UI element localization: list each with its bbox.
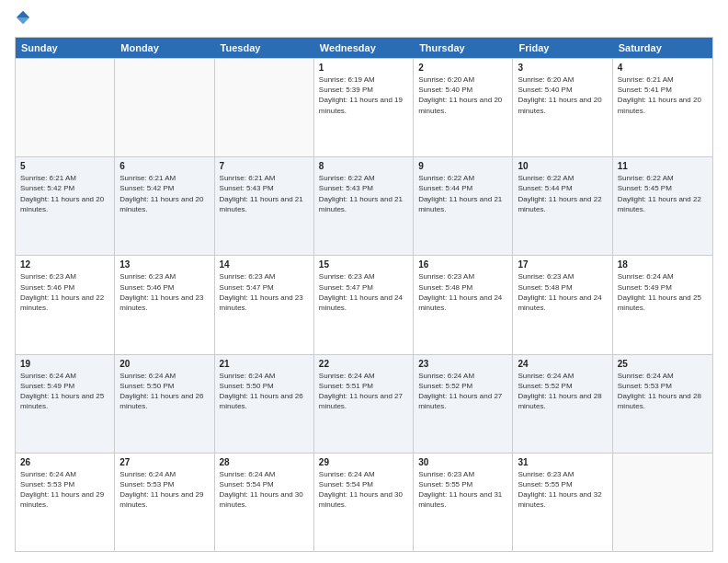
day-info: Sunrise: 6:23 AM Sunset: 5:48 PM Dayligh… (518, 271, 607, 313)
day-number: 21 (220, 359, 309, 369)
day-number: 2 (418, 63, 507, 73)
day-info: Sunrise: 6:21 AM Sunset: 5:42 PM Dayligh… (119, 173, 209, 214)
header-monday: Monday (115, 38, 214, 58)
calendar-cell: 1Sunrise: 6:19 AM Sunset: 5:39 PM Daylig… (314, 59, 414, 156)
header (15, 11, 713, 29)
day-number: 9 (418, 161, 507, 171)
day-number: 23 (418, 359, 507, 369)
calendar-cell: 28Sunrise: 6:24 AM Sunset: 5:54 PM Dayli… (215, 454, 314, 551)
header-tuesday: Tuesday (215, 38, 314, 58)
day-info: Sunrise: 6:24 AM Sunset: 5:54 PM Dayligh… (220, 469, 309, 511)
calendar-cell: 14Sunrise: 6:23 AM Sunset: 5:47 PM Dayli… (215, 256, 314, 353)
calendar-cell (16, 59, 115, 156)
page: Sunday Monday Tuesday Wednesday Thursday… (0, 0, 728, 563)
day-number: 16 (418, 259, 507, 270)
day-number: 7 (220, 161, 309, 171)
day-info: Sunrise: 6:22 AM Sunset: 5:44 PM Dayligh… (418, 173, 507, 214)
calendar-body: 1Sunrise: 6:19 AM Sunset: 5:39 PM Daylig… (16, 58, 712, 551)
calendar-cell: 27Sunrise: 6:24 AM Sunset: 5:53 PM Dayli… (115, 454, 214, 551)
day-number: 20 (119, 359, 209, 369)
day-number: 12 (20, 259, 109, 270)
day-number: 26 (20, 457, 109, 467)
day-info: Sunrise: 6:21 AM Sunset: 5:43 PM Dayligh… (220, 173, 309, 214)
calendar-cell (115, 59, 214, 156)
day-info: Sunrise: 6:23 AM Sunset: 5:46 PM Dayligh… (20, 271, 109, 313)
calendar-cell: 25Sunrise: 6:24 AM Sunset: 5:53 PM Dayli… (613, 355, 712, 453)
day-info: Sunrise: 6:24 AM Sunset: 5:53 PM Dayligh… (618, 371, 708, 412)
day-number: 19 (20, 359, 109, 369)
day-number: 14 (220, 259, 309, 270)
day-info: Sunrise: 6:20 AM Sunset: 5:40 PM Dayligh… (418, 75, 507, 116)
day-info: Sunrise: 6:23 AM Sunset: 5:55 PM Dayligh… (518, 469, 607, 511)
day-number: 22 (319, 359, 408, 369)
calendar-cell: 20Sunrise: 6:24 AM Sunset: 5:50 PM Dayli… (115, 355, 214, 453)
calendar-row-2: 12Sunrise: 6:23 AM Sunset: 5:46 PM Dayli… (16, 255, 712, 353)
calendar-cell: 16Sunrise: 6:23 AM Sunset: 5:48 PM Dayli… (414, 256, 513, 353)
calendar-cell (215, 59, 314, 156)
calendar-cell: 17Sunrise: 6:23 AM Sunset: 5:48 PM Dayli… (513, 256, 612, 353)
calendar-cell: 11Sunrise: 6:22 AM Sunset: 5:45 PM Dayli… (613, 157, 712, 255)
day-info: Sunrise: 6:24 AM Sunset: 5:53 PM Dayligh… (20, 469, 109, 511)
day-info: Sunrise: 6:23 AM Sunset: 5:47 PM Dayligh… (220, 271, 309, 313)
calendar: Sunday Monday Tuesday Wednesday Thursday… (15, 37, 713, 552)
calendar-cell: 21Sunrise: 6:24 AM Sunset: 5:50 PM Dayli… (215, 355, 314, 453)
svg-marker-0 (17, 11, 29, 17)
day-number: 3 (518, 63, 607, 73)
header-wednesday: Wednesday (314, 38, 414, 58)
logo (15, 11, 33, 29)
day-info: Sunrise: 6:22 AM Sunset: 5:45 PM Dayligh… (618, 173, 708, 214)
day-number: 24 (518, 359, 607, 369)
header-thursday: Thursday (414, 38, 513, 58)
day-info: Sunrise: 6:22 AM Sunset: 5:43 PM Dayligh… (319, 173, 408, 214)
day-number: 6 (119, 161, 209, 171)
calendar-row-4: 26Sunrise: 6:24 AM Sunset: 5:53 PM Dayli… (16, 453, 712, 551)
day-number: 11 (618, 161, 708, 171)
calendar-cell: 8Sunrise: 6:22 AM Sunset: 5:43 PM Daylig… (314, 157, 414, 255)
day-info: Sunrise: 6:23 AM Sunset: 5:47 PM Dayligh… (319, 271, 408, 313)
calendar-cell: 5Sunrise: 6:21 AM Sunset: 5:42 PM Daylig… (16, 157, 115, 255)
day-info: Sunrise: 6:24 AM Sunset: 5:54 PM Dayligh… (319, 469, 408, 511)
day-number: 15 (319, 259, 408, 270)
day-info: Sunrise: 6:24 AM Sunset: 5:53 PM Dayligh… (119, 469, 209, 511)
day-number: 17 (518, 259, 607, 270)
calendar-cell: 18Sunrise: 6:24 AM Sunset: 5:49 PM Dayli… (613, 256, 712, 353)
day-number: 31 (518, 457, 607, 467)
day-info: Sunrise: 6:24 AM Sunset: 5:49 PM Dayligh… (20, 371, 109, 412)
calendar-cell: 7Sunrise: 6:21 AM Sunset: 5:43 PM Daylig… (215, 157, 314, 255)
day-number: 13 (119, 259, 209, 270)
calendar-cell: 4Sunrise: 6:21 AM Sunset: 5:41 PM Daylig… (613, 59, 712, 156)
calendar-cell: 19Sunrise: 6:24 AM Sunset: 5:49 PM Dayli… (16, 355, 115, 453)
day-number: 27 (119, 457, 209, 467)
day-number: 8 (319, 161, 408, 171)
day-info: Sunrise: 6:21 AM Sunset: 5:41 PM Dayligh… (618, 75, 708, 116)
calendar-cell: 10Sunrise: 6:22 AM Sunset: 5:44 PM Dayli… (513, 157, 612, 255)
day-info: Sunrise: 6:23 AM Sunset: 5:55 PM Dayligh… (418, 469, 507, 511)
calendar-header: Sunday Monday Tuesday Wednesday Thursday… (16, 38, 712, 58)
day-number: 1 (319, 63, 408, 73)
calendar-cell: 22Sunrise: 6:24 AM Sunset: 5:51 PM Dayli… (314, 355, 414, 453)
day-number: 28 (220, 457, 309, 467)
calendar-cell: 2Sunrise: 6:20 AM Sunset: 5:40 PM Daylig… (414, 59, 513, 156)
calendar-cell: 12Sunrise: 6:23 AM Sunset: 5:46 PM Dayli… (16, 256, 115, 353)
calendar-cell: 31Sunrise: 6:23 AM Sunset: 5:55 PM Dayli… (513, 454, 612, 551)
calendar-cell: 13Sunrise: 6:23 AM Sunset: 5:46 PM Dayli… (115, 256, 214, 353)
calendar-cell: 15Sunrise: 6:23 AM Sunset: 5:47 PM Dayli… (314, 256, 414, 353)
calendar-cell: 9Sunrise: 6:22 AM Sunset: 5:44 PM Daylig… (414, 157, 513, 255)
calendar-cell (613, 454, 712, 551)
calendar-row-3: 19Sunrise: 6:24 AM Sunset: 5:49 PM Dayli… (16, 354, 712, 453)
calendar-cell: 24Sunrise: 6:24 AM Sunset: 5:52 PM Dayli… (513, 355, 612, 453)
svg-marker-1 (17, 17, 29, 24)
day-number: 5 (20, 161, 109, 171)
day-info: Sunrise: 6:24 AM Sunset: 5:49 PM Dayligh… (618, 271, 708, 313)
day-info: Sunrise: 6:19 AM Sunset: 5:39 PM Dayligh… (319, 75, 408, 116)
day-info: Sunrise: 6:21 AM Sunset: 5:42 PM Dayligh… (20, 173, 109, 214)
calendar-cell: 6Sunrise: 6:21 AM Sunset: 5:42 PM Daylig… (115, 157, 214, 255)
day-info: Sunrise: 6:22 AM Sunset: 5:44 PM Dayligh… (518, 173, 607, 214)
day-info: Sunrise: 6:24 AM Sunset: 5:52 PM Dayligh… (518, 371, 607, 412)
logo-icon (15, 9, 31, 26)
calendar-row-1: 5Sunrise: 6:21 AM Sunset: 5:42 PM Daylig… (16, 156, 712, 255)
day-info: Sunrise: 6:23 AM Sunset: 5:48 PM Dayligh… (418, 271, 507, 313)
calendar-cell: 26Sunrise: 6:24 AM Sunset: 5:53 PM Dayli… (16, 454, 115, 551)
day-number: 18 (618, 259, 708, 270)
day-info: Sunrise: 6:24 AM Sunset: 5:52 PM Dayligh… (418, 371, 507, 412)
